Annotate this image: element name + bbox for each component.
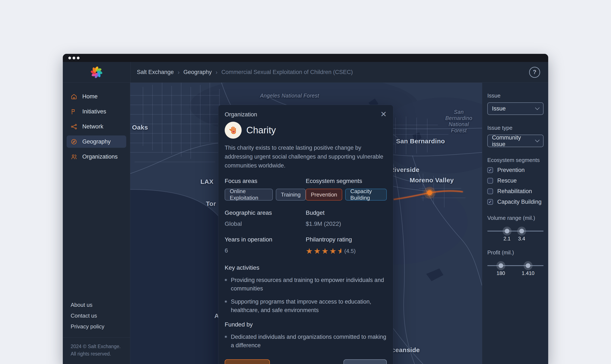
modal-actions: Donate → View more bbox=[225, 359, 387, 364]
sidebar-item-network[interactable]: Network bbox=[66, 120, 126, 133]
map-label: Angeles National Forest bbox=[260, 93, 319, 99]
slider-track[interactable] bbox=[487, 231, 544, 232]
field-value: Global bbox=[225, 221, 306, 227]
modal-header: Charity bbox=[225, 122, 387, 139]
map-label: San Bernardino National Forest bbox=[445, 109, 472, 134]
logo[interactable] bbox=[63, 62, 131, 82]
map-marker[interactable] bbox=[424, 187, 436, 199]
window-control-close-icon[interactable] bbox=[68, 57, 71, 59]
star-rating: ★★★★★ bbox=[306, 247, 341, 255]
focus-areas-field: Focus areas Online Exploitation Training bbox=[225, 178, 306, 201]
list-item-text: Providing resources and training to empo… bbox=[231, 276, 387, 293]
sidebar-item-geography[interactable]: Geography bbox=[66, 135, 126, 148]
slider-value: 180 bbox=[497, 270, 505, 276]
sidebar-link-contact[interactable]: Contact us bbox=[63, 310, 130, 321]
ecosystem-segments-field: Ecosystem segments Prevention Capacity B… bbox=[306, 178, 387, 201]
checkbox-label: Capacity Building bbox=[497, 199, 542, 205]
org-title: Charity bbox=[246, 125, 276, 135]
list-item-text: Dedicated individuals and organizations … bbox=[231, 333, 387, 350]
checkbox-row-rescue[interactable]: ✓ Rescue bbox=[487, 177, 544, 184]
modal-eyebrow: Organization bbox=[225, 111, 387, 118]
sidebar-item-label: Network bbox=[82, 123, 103, 130]
bullet-icon bbox=[225, 279, 227, 281]
checkbox: ✓ bbox=[487, 178, 493, 183]
sidebar: Home Initiatives Network bbox=[63, 83, 130, 364]
section-label: Funded by bbox=[225, 321, 387, 328]
view-more-button[interactable]: View more bbox=[344, 359, 387, 364]
issue-type-select-value: Community issue bbox=[492, 134, 536, 148]
issue-type-select[interactable]: Community issue bbox=[487, 135, 544, 147]
map-label: Moreno Valley bbox=[410, 177, 454, 184]
sidebar-item-label: Organizations bbox=[82, 154, 118, 160]
profit-slider-handle-low[interactable] bbox=[496, 261, 505, 270]
map-marker-halo bbox=[426, 189, 433, 196]
slider-value: 2.1 bbox=[504, 236, 510, 242]
rating-field: Philantropy rating ★★★★★ (4.5) bbox=[306, 236, 387, 255]
screen: Salt Exchange › Geography › Commercial S… bbox=[0, 0, 611, 364]
chevron-down-icon bbox=[535, 138, 540, 142]
checkbox-row-prevention[interactable]: ✓ Prevention bbox=[487, 167, 544, 173]
help-icon[interactable]: ? bbox=[529, 67, 540, 78]
checkbox-label: Rehabilitation bbox=[497, 188, 532, 195]
map-label: LAX bbox=[200, 178, 214, 185]
map-label: Oaks bbox=[132, 124, 148, 131]
pinwheel-logo-icon bbox=[90, 66, 103, 78]
network-icon bbox=[71, 123, 77, 130]
map-label: Tor bbox=[206, 200, 216, 207]
sidebar-item-home[interactable]: Home bbox=[66, 90, 126, 103]
profit-slider-handle-high[interactable] bbox=[524, 261, 532, 270]
field-label: Focus areas bbox=[225, 178, 306, 184]
checkbox: ✓ bbox=[487, 199, 493, 205]
segment-chip: Capacity Building bbox=[345, 189, 387, 201]
compass-icon bbox=[71, 138, 77, 145]
check-icon: ✓ bbox=[489, 168, 492, 172]
sidebar-footer: About us Contact us Privacy policy 2024 … bbox=[63, 299, 130, 364]
segments-label: Ecosystem segments bbox=[487, 157, 544, 163]
bullet-icon bbox=[225, 300, 227, 303]
breadcrumb-item[interactable]: Geography bbox=[183, 69, 212, 76]
checkbox-row-capacity-building[interactable]: ✓ Capacity Building bbox=[487, 199, 544, 205]
field-label: Geographic areas bbox=[225, 209, 306, 216]
window-control-zoom-icon[interactable] bbox=[77, 57, 80, 59]
issue-label: Issue bbox=[487, 92, 544, 99]
flag-icon bbox=[71, 108, 77, 115]
volume-slider-values: 2.1 3.4 bbox=[487, 236, 544, 243]
volume-slider-handle-high[interactable] bbox=[517, 227, 526, 235]
field-label: Philantropy rating bbox=[306, 236, 387, 243]
rating-value: (4.5) bbox=[344, 248, 356, 254]
breadcrumb-item[interactable]: Salt Exchange bbox=[137, 69, 174, 76]
donate-button[interactable]: Donate → bbox=[225, 359, 270, 364]
bullet-icon bbox=[225, 336, 227, 338]
chevron-down-icon bbox=[535, 105, 540, 110]
copyright-line: All rights reserved. bbox=[71, 350, 122, 358]
sidebar-item-organizations[interactable]: Organizations bbox=[66, 151, 126, 163]
budget-field: Budget $1.9M (2022) bbox=[306, 209, 387, 227]
copyright: 2024 © Salt Exchange. All rights reserve… bbox=[63, 338, 130, 364]
people-icon bbox=[71, 154, 77, 160]
map-label: San Bernardino bbox=[396, 138, 445, 145]
geographic-areas-field: Geographic areas Global bbox=[225, 209, 306, 227]
slider-track[interactable] bbox=[487, 265, 544, 266]
issue-type-label: Issue type bbox=[487, 125, 544, 131]
map-canvas[interactable]: Angeles National Forest San Bernardino N… bbox=[130, 83, 482, 364]
slider-value: 3.4 bbox=[518, 236, 525, 242]
org-description: This charity exists to create lasting po… bbox=[225, 143, 387, 170]
window-control-minimize-icon[interactable] bbox=[73, 57, 75, 59]
checkbox-label: Rescue bbox=[497, 177, 517, 184]
profit-slider bbox=[487, 261, 544, 270]
checkbox-row-rehabilitation[interactable]: ✓ Rehabilitation bbox=[487, 188, 544, 195]
issue-select[interactable]: Issue bbox=[487, 102, 544, 115]
home-icon bbox=[71, 93, 77, 100]
close-icon[interactable]: ✕ bbox=[380, 110, 387, 118]
volume-slider-handle-low[interactable] bbox=[503, 227, 512, 235]
organization-modal: Organization ✕ bbox=[218, 105, 393, 364]
sidebar-link-privacy[interactable]: Privacy policy bbox=[63, 321, 130, 332]
sidebar-item-initiatives[interactable]: Initiatives bbox=[66, 105, 126, 118]
field-label: Budget bbox=[306, 209, 387, 216]
sidebar-item-label: Initiatives bbox=[82, 108, 106, 115]
field-value: $1.9M (2022) bbox=[306, 221, 387, 227]
check-icon: ✓ bbox=[489, 200, 492, 204]
list-item: Dedicated individuals and organizations … bbox=[225, 333, 387, 350]
org-avatar bbox=[225, 122, 242, 139]
sidebar-link-about[interactable]: About us bbox=[63, 299, 130, 310]
